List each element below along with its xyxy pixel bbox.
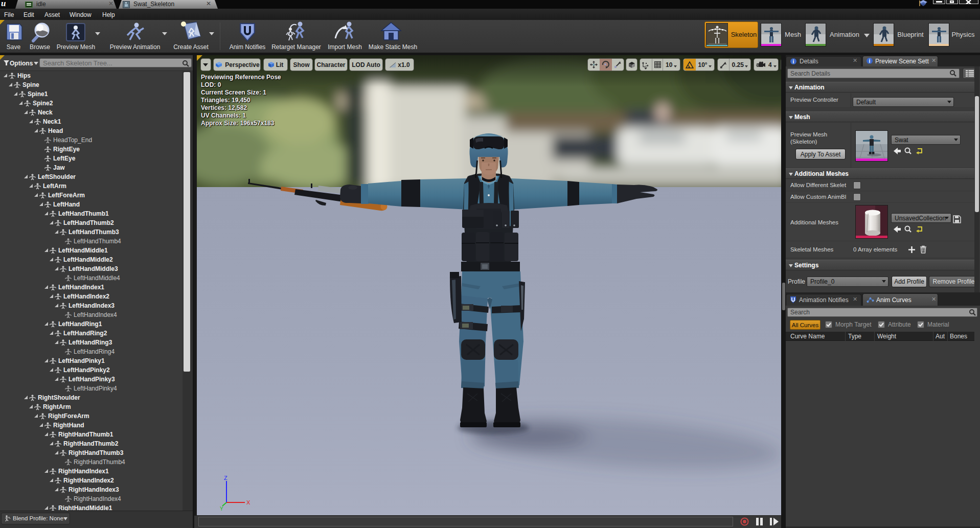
svg-text:i: i xyxy=(869,58,871,64)
svg-text:Z: Z xyxy=(224,475,227,481)
svg-text:i: i xyxy=(793,59,794,64)
svg-text:Y: Y xyxy=(220,506,223,512)
svg-text:X: X xyxy=(246,499,250,506)
